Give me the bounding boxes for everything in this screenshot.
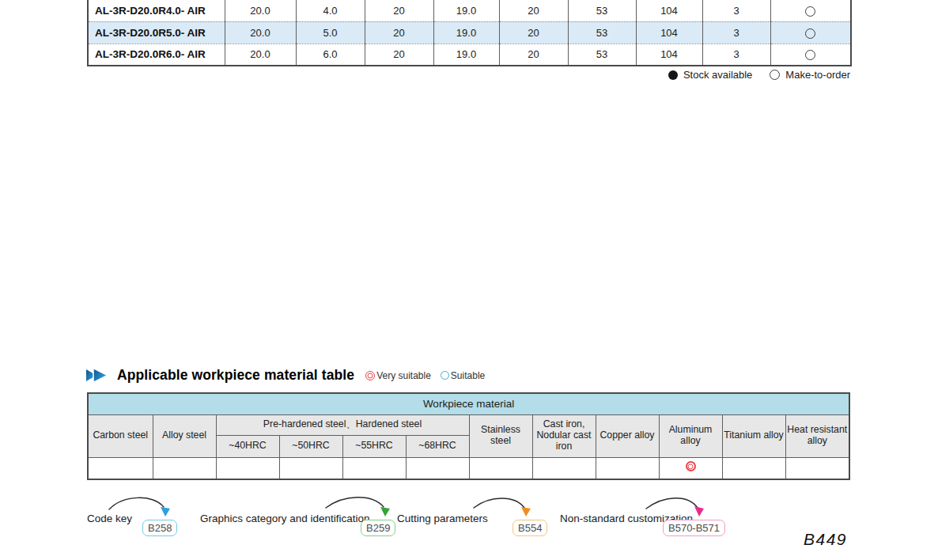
suitable-icon (441, 371, 449, 380)
ref-page-b259: B259 (361, 520, 395, 536)
stock-available-label: Stock available (683, 69, 752, 81)
spec-cell: 5.0 (296, 21, 365, 44)
spec-cell: 3 (702, 0, 770, 21)
spec-row: AL-3R-D20.0R4.0- AIR 20.0 4.0 20 19.0 20… (88, 0, 851, 21)
spec-cell: 3 (702, 21, 770, 44)
rating-cell-aluminum-alloy (659, 457, 722, 479)
rating-cell-55hrc (342, 457, 406, 479)
stock-legend: Stock available Make-to-order (87, 69, 850, 81)
curved-arrow-icon (320, 495, 393, 519)
spec-cell: 104 (636, 0, 702, 21)
spec-cell: 20 (365, 0, 433, 21)
footer-references: Code key B258 Graphics category and iden… (0, 495, 938, 547)
col-40hrc: ~40HRC (216, 435, 279, 457)
spec-cell: 19.0 (433, 44, 499, 66)
col-stainless-steel: Stainless steel (469, 414, 532, 457)
ref-page-b554: B554 (512, 520, 547, 536)
curved-arrow-icon (471, 497, 534, 519)
suitable-legend: Suitable (441, 370, 485, 381)
curved-arrow-icon (107, 495, 174, 519)
col-cast-iron: Cast iron, Nodular cast iron (532, 414, 596, 457)
make-to-order-legend: Make-to-order (770, 69, 850, 81)
col-55hrc: ~55HRC (342, 435, 406, 457)
product-code-cell: AL-3R-D20.0R5.0- AIR (88, 21, 225, 44)
availability-cell (770, 0, 851, 21)
col-alloy-steel: Alloy steel (153, 414, 216, 457)
spec-cell: 20 (499, 0, 568, 21)
ref-page-b570-b571: B570-B571 (663, 520, 725, 536)
spec-table: AL-3R-D20.0R4.0- AIR 20.0 4.0 20 19.0 20… (87, 0, 852, 66)
spec-cell: 20.0 (225, 0, 296, 21)
spec-cell: 20.0 (225, 21, 296, 44)
workpiece-title-row: Workpiece material (88, 393, 849, 414)
col-carbon-steel: Carbon steel (88, 414, 153, 457)
suitability-legend: Very suitable Suitable (365, 370, 485, 381)
rating-cell-68hrc (406, 457, 469, 479)
rating-cell-stainless-steel (469, 457, 532, 479)
spec-cell: 53 (568, 0, 636, 21)
product-code-cell: AL-3R-D20.0R6.0- AIR (88, 44, 225, 66)
make-to-order-icon (805, 50, 815, 60)
spec-row: AL-3R-D20.0R6.0- AIR 20.0 6.0 20 19.0 20… (88, 44, 851, 66)
make-to-order-label: Make-to-order (785, 69, 850, 81)
spec-cell: 19.0 (433, 21, 499, 44)
col-68hrc: ~68HRC (406, 435, 469, 457)
availability-cell (770, 21, 851, 44)
col-group-hardened-steel: Pre-hardened steel、Hardened steel (216, 414, 469, 435)
page-number: B449 (804, 530, 847, 549)
stock-available-legend: Stock available (668, 69, 752, 81)
suitable-label: Suitable (451, 370, 485, 381)
spec-cell: 20 (499, 44, 568, 66)
product-code-cell: AL-3R-D20.0R4.0- AIR (88, 0, 225, 21)
col-titanium-alloy: Titanium alloy (722, 414, 785, 457)
spec-row: AL-3R-D20.0R5.0- AIR 20.0 5.0 20 19.0 20… (88, 21, 851, 44)
rating-cell-40hrc (216, 457, 279, 479)
rating-cell-heat-resistant-alloy (785, 457, 849, 479)
rating-cell-titanium-alloy (722, 457, 785, 479)
col-50hrc: ~50HRC (279, 435, 342, 457)
catalog-page: AL-3R-D20.0R4.0- AIR 20.0 4.0 20 19.0 20… (0, 0, 938, 560)
spec-cell: 20 (499, 21, 568, 44)
very-suitable-icon (365, 371, 375, 380)
availability-cell (770, 44, 851, 66)
spec-cell: 6.0 (296, 44, 365, 66)
very-suitable-mark (686, 461, 696, 471)
spec-cell: 20 (365, 44, 433, 66)
col-aluminum-alloy: Aluminum alloy (659, 414, 722, 457)
rating-cell-carbon-steel (88, 457, 153, 479)
workpiece-material-table: Workpiece material Carbon steel Alloy st… (87, 392, 850, 480)
spec-cell: 20.0 (225, 44, 296, 66)
spec-cell: 19.0 (433, 0, 499, 21)
section-title: Applicable workpiece material table (117, 367, 354, 384)
make-to-order-icon (805, 28, 815, 39)
rating-cell-alloy-steel (153, 457, 216, 479)
col-heat-resistant-alloy: Heat resistant alloy (785, 414, 849, 457)
workpiece-header-row: Carbon steel Alloy steel Pre-hardened st… (88, 414, 849, 435)
rating-cell-cast-iron (532, 457, 596, 479)
double-chevron-icon (85, 367, 109, 384)
spec-cell: 104 (636, 21, 702, 44)
stock-available-icon (668, 70, 678, 80)
spec-cell: 3 (702, 44, 770, 66)
spec-cell: 20 (365, 21, 433, 44)
spec-cell: 104 (636, 44, 702, 66)
make-to-order-icon (805, 6, 815, 17)
col-copper-alloy: Copper alloy (596, 414, 659, 457)
rating-cell-copper-alloy (596, 457, 659, 479)
workpiece-title: Workpiece material (88, 393, 849, 414)
very-suitable-label: Very suitable (376, 370, 431, 381)
rating-cell-50hrc (279, 457, 342, 479)
very-suitable-legend: Very suitable (365, 370, 431, 381)
spec-cell: 4.0 (296, 0, 365, 21)
workpiece-rating-row (88, 457, 849, 479)
ref-page-b258: B258 (142, 520, 177, 536)
spec-cell: 53 (568, 21, 636, 44)
spec-cell: 53 (568, 44, 636, 66)
section-heading: Applicable workpiece material table Very… (85, 367, 485, 384)
curved-arrow-icon (642, 497, 709, 519)
make-to-order-icon (770, 70, 780, 80)
